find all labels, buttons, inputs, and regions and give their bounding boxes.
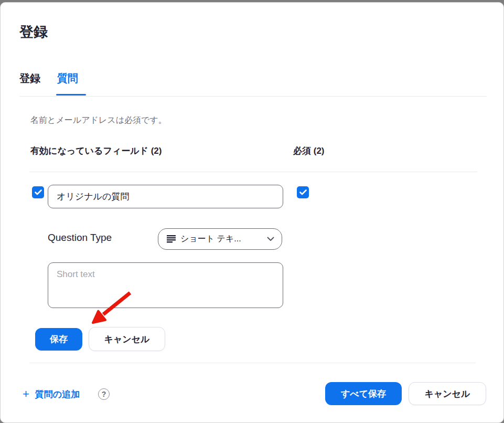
question-text-input[interactable]	[48, 185, 283, 208]
chevron-down-icon	[267, 237, 274, 241]
short-text-lines-icon	[167, 235, 176, 243]
required-header: 必須 (2)	[293, 145, 325, 157]
footer-divider	[29, 363, 476, 363]
add-question-link[interactable]: + 質問の追加	[23, 387, 80, 401]
check-icon	[35, 188, 42, 197]
registration-dialog: 登録 登録 質問 名前とメールアドレスは必須です。 有効になっているフィールド …	[0, 2, 504, 423]
add-question-label: 質問の追加	[35, 388, 80, 400]
enabled-field-checkbox[interactable]	[32, 186, 44, 198]
question-type-dropdown[interactable]: ショート テキ...	[158, 228, 282, 250]
check-icon	[299, 188, 307, 197]
tab-questions[interactable]: 質問	[57, 71, 78, 86]
footer-cancel-button[interactable]: キャンセル	[409, 382, 486, 405]
row-divider	[29, 172, 477, 172]
save-all-button[interactable]: すべて保存	[325, 382, 402, 405]
question-type-label: Question Type	[48, 232, 112, 244]
cancel-button[interactable]: キャンセル	[89, 327, 165, 351]
enabled-fields-header: 有効になっているフィールド (2)	[30, 145, 162, 157]
tabs-divider	[19, 96, 487, 97]
question-type-value: ショート テキ...	[180, 234, 262, 245]
required-note: 名前とメールアドレスは必須です。	[30, 115, 167, 126]
required-checkbox[interactable]	[297, 186, 309, 198]
red-arrow-annotation	[1, 3, 504, 423]
dialog-title: 登録	[19, 23, 48, 41]
plus-icon: +	[23, 388, 29, 400]
help-icon[interactable]: ?	[98, 388, 110, 400]
save-button[interactable]: 保存	[35, 328, 82, 351]
tab-registration[interactable]: 登録	[19, 71, 40, 86]
active-tab-underline	[56, 94, 86, 96]
answer-preview-textarea[interactable]	[48, 262, 283, 308]
